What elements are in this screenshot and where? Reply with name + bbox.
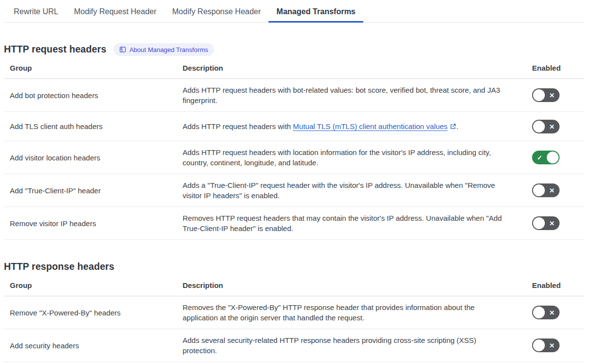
- description-cell: Removes HTTP request headers that may co…: [183, 213, 520, 234]
- description-link-text: Mutual TLS (mTLS) client authentication …: [293, 122, 448, 130]
- tab-bar: Rewrite URLModify Request HeaderModify R…: [4, 0, 584, 23]
- enabled-toggle[interactable]: ✓ ✕: [532, 151, 560, 164]
- column-description: Description: [183, 64, 520, 78]
- column-group: Group: [4, 64, 183, 78]
- table-row: Add TLS client auth headers Adds HTTP re…: [4, 112, 584, 141]
- table-row: Remove visitor IP headers Removes HTTP r…: [4, 207, 584, 240]
- description-text: Adds HTTP request headers with bot-relat…: [183, 86, 500, 104]
- enabled-cell: ✓ ✕: [520, 216, 584, 230]
- table-body: Remove "X-Powered-By" headers Removes th…: [4, 296, 584, 362]
- x-icon: ✕: [549, 123, 555, 130]
- group-label: Add security headers: [4, 341, 183, 350]
- group-label: Add bot protection headers: [4, 91, 183, 100]
- section-title-request: HTTP request headers: [4, 44, 107, 55]
- toggle-knob: [533, 89, 545, 101]
- description-text: Adds a "True-Client-IP" request header w…: [183, 181, 495, 200]
- description-text: Adds HTTP request headers with location …: [183, 148, 491, 167]
- table-row: Add visitor location headers Adds HTTP r…: [4, 141, 584, 174]
- enabled-cell: ✓ ✕: [520, 338, 584, 352]
- x-icon: ✕: [549, 220, 555, 227]
- badge-label: About Managed Transforms: [130, 47, 208, 53]
- x-icon: ✕: [549, 342, 555, 349]
- group-label: Add TLS client auth headers: [4, 122, 183, 130]
- group-label: Add "True-Client-IP" header: [4, 186, 183, 195]
- managed-transforms-page: Rewrite URLModify Request HeaderModify R…: [0, 0, 589, 362]
- table-row: Remove "X-Powered-By" headers Removes th…: [4, 296, 584, 329]
- group-label: Add visitor location headers: [4, 154, 183, 162]
- enabled-toggle[interactable]: ✓ ✕: [532, 183, 560, 197]
- tab[interactable]: Modify Request Header: [66, 0, 164, 23]
- enabled-toggle[interactable]: ✓ ✕: [532, 88, 560, 102]
- book-icon: [119, 46, 126, 53]
- toggle-knob: [547, 152, 559, 163]
- toggle-knob: [533, 339, 545, 351]
- x-icon: ✕: [549, 187, 555, 194]
- check-icon: ✓: [537, 155, 542, 161]
- column-group: Group: [4, 281, 183, 296]
- enabled-toggle[interactable]: ✓ ✕: [532, 216, 560, 230]
- toggle-knob: [533, 184, 545, 196]
- description-cell: Removes the "X-Powered-By" HTTP response…: [183, 302, 520, 323]
- description-cell: Adds a "True-Client-IP" request header w…: [183, 180, 520, 201]
- table-row: Add "True-Client-IP" header Adds a "True…: [4, 174, 584, 207]
- tab[interactable]: Rewrite URL: [6, 0, 66, 23]
- table-body: Add bot protection headers Adds HTTP req…: [4, 79, 584, 240]
- section-title-response: HTTP response headers: [4, 261, 114, 272]
- external-link-icon: [450, 123, 456, 130]
- description-text: Removes HTTP request headers that may co…: [183, 214, 502, 233]
- toggle-knob: [533, 121, 545, 132]
- table-header: Group Description Enabled: [4, 64, 584, 79]
- description-text: Removes the "X-Powered-By" HTTP response…: [183, 303, 475, 322]
- tab[interactable]: Managed Transforms: [268, 0, 363, 23]
- enabled-cell: ✓ ✕: [520, 151, 584, 164]
- tab[interactable]: Modify Response Header: [164, 0, 269, 23]
- group-label: Remove visitor IP headers: [4, 219, 183, 228]
- description-text: Adds HTTP request headers with: [183, 122, 293, 130]
- description-text: .: [456, 122, 458, 130]
- table-row: Add security headers Adds several securi…: [4, 329, 584, 362]
- table-header: Group Description Enabled: [4, 281, 584, 296]
- enabled-cell: ✓ ✕: [520, 120, 584, 133]
- x-icon: ✕: [549, 92, 555, 99]
- table-row: Add bot protection headers Adds HTTP req…: [4, 79, 584, 112]
- enabled-toggle[interactable]: ✓ ✕: [532, 306, 560, 319]
- description-cell: Adds several security-related HTTP respo…: [183, 335, 520, 356]
- group-label: Remove "X-Powered-By" headers: [4, 309, 183, 317]
- description-cell: Adds HTTP request headers with bot-relat…: [183, 85, 520, 105]
- column-description: Description: [183, 281, 520, 296]
- enabled-cell: ✓ ✕: [520, 183, 584, 197]
- column-enabled: Enabled: [520, 64, 584, 78]
- request-headers-section: HTTP request headers About Managed Trans…: [4, 42, 584, 240]
- enabled-toggle[interactable]: ✓ ✕: [532, 338, 560, 352]
- description-text: Adds several security-related HTTP respo…: [183, 336, 476, 355]
- toggle-knob: [533, 307, 545, 318]
- enabled-cell: ✓ ✕: [520, 306, 584, 319]
- about-managed-transforms-badge[interactable]: About Managed Transforms: [113, 43, 214, 56]
- response-headers-section: HTTP response headers Group Description …: [4, 260, 584, 362]
- x-icon: ✕: [549, 310, 555, 316]
- toggle-knob: [533, 217, 545, 229]
- column-enabled: Enabled: [520, 281, 584, 296]
- description-cell: Adds HTTP request headers with location …: [183, 147, 520, 168]
- enabled-toggle[interactable]: ✓ ✕: [532, 120, 560, 133]
- description-cell: Adds HTTP request headers with Mutual TL…: [183, 121, 520, 131]
- enabled-cell: ✓ ✕: [520, 88, 584, 102]
- description-link[interactable]: Mutual TLS (mTLS) client authentication …: [293, 122, 456, 130]
